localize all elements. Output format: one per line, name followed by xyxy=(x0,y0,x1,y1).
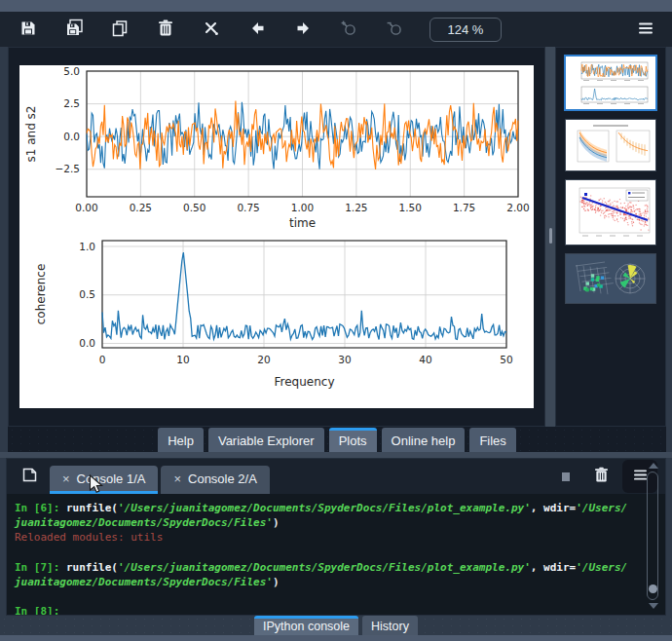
close-tab-icon[interactable]: × xyxy=(173,472,181,485)
console-text-segment: '/Users/ xyxy=(576,502,627,514)
svg-text:0.50: 0.50 xyxy=(183,202,205,213)
spyder-window: 124 % 0.000.250.500.751.001.251.501.752.… xyxy=(0,0,672,641)
hamburger-menu-icon xyxy=(638,21,653,38)
svg-text:1.0: 1.0 xyxy=(79,241,95,252)
console-text-segment: juanitagomez/Documents/SpyderDocs/Files' xyxy=(15,516,273,529)
save-plot-icon xyxy=(19,19,37,40)
svg-text:1.00: 1.00 xyxy=(291,202,314,213)
plots-toolbar: 124 % xyxy=(0,12,672,47)
console-line: In [8]: xyxy=(15,604,640,615)
svg-text:0.00: 0.00 xyxy=(75,202,97,213)
console-tabbar: × Console 1/A × Console 2/A xyxy=(7,459,665,494)
console-line xyxy=(15,589,640,604)
zoom-out-button[interactable] xyxy=(380,16,409,43)
svg-text:s1 and s2: s1 and s2 xyxy=(24,106,38,163)
trash-icon xyxy=(594,467,609,486)
arrow-right-icon xyxy=(295,20,312,39)
console-text-segment: ) xyxy=(273,576,280,588)
console-line: In [6]: runfile('/Users/juanitagomez/Doc… xyxy=(15,501,640,515)
remove-plot-button[interactable] xyxy=(151,16,180,43)
console-text-segment: runfile( xyxy=(66,561,118,574)
console-line xyxy=(15,546,640,560)
plot-thumbnail-3[interactable] xyxy=(565,179,656,245)
svg-text:0.0: 0.0 xyxy=(79,337,95,349)
remove-variables-button[interactable] xyxy=(589,465,613,488)
zoom-level-display[interactable]: 124 % xyxy=(429,18,502,42)
close-tab-icon[interactable]: × xyxy=(62,472,70,485)
tab-ipython-console[interactable]: IPython console xyxy=(254,616,358,635)
svg-text:10: 10 xyxy=(176,354,189,365)
svg-text:0.0: 0.0 xyxy=(63,131,80,142)
previous-plot-button[interactable] xyxy=(243,16,272,43)
console-line: Reloaded modules: utils xyxy=(15,530,640,545)
console-tab-label: Console 2/A xyxy=(188,471,257,486)
console-tab-2[interactable]: × Console 2/A xyxy=(161,466,269,494)
tab-files[interactable]: Files xyxy=(469,428,515,452)
console-line: juanitagomez/Documents/SpyderDocs/Files'… xyxy=(15,575,640,589)
plot-viewer-panel: 0.000.250.500.751.001.251.501.752.005.02… xyxy=(8,47,545,427)
save-all-plots-button[interactable] xyxy=(59,16,89,43)
svg-text:5.0: 5.0 xyxy=(63,65,80,77)
interrupt-kernel-button[interactable] xyxy=(556,467,576,486)
console-text-segment: ) xyxy=(273,516,280,529)
tab-variable-explorer[interactable]: Variable Explorer xyxy=(208,428,324,452)
zoom-out-icon xyxy=(386,19,403,40)
plot-thumbnail-1[interactable] xyxy=(564,55,657,111)
save-plot-button[interactable] xyxy=(14,16,43,43)
copy-plot-button[interactable] xyxy=(105,16,134,43)
svg-text:−2.5: −2.5 xyxy=(56,163,81,174)
pane-tabbar: Help Variable Explorer Plots Online help… xyxy=(8,427,666,452)
console-text-segment: , wdir= xyxy=(531,502,576,514)
save-all-plots-icon xyxy=(65,19,84,40)
matplotlib-figure: 0.000.250.500.751.001.251.501.752.005.02… xyxy=(19,65,534,408)
vertical-splitter[interactable] xyxy=(545,47,555,427)
zoom-in-icon xyxy=(340,19,357,40)
console-line: juanitagomez/Documents/SpyderDocs/Files'… xyxy=(15,515,640,530)
console-text-segment: Reloaded modules: utils xyxy=(15,531,163,544)
scroll-up-arrow-icon[interactable] xyxy=(649,463,658,469)
console-text-segment: runfile( xyxy=(66,502,118,514)
svg-text:0.75: 0.75 xyxy=(237,202,259,213)
svg-text:1.50: 1.50 xyxy=(399,202,422,213)
console-pane: × Console 1/A × Console 2/A In [6]: runf… xyxy=(6,458,666,616)
signals-subplot: 0.000.250.500.751.001.251.501.752.005.02… xyxy=(19,65,534,231)
svg-text:20: 20 xyxy=(257,354,270,365)
next-plot-button[interactable] xyxy=(288,16,317,43)
new-console-button[interactable] xyxy=(17,464,42,489)
svg-text:40: 40 xyxy=(419,354,431,365)
svg-text:2.00: 2.00 xyxy=(506,202,529,213)
svg-text:1.75: 1.75 xyxy=(453,202,475,213)
console-text-segment: In [8]: xyxy=(15,605,66,615)
splitter-handle xyxy=(549,228,552,244)
svg-text:50: 50 xyxy=(500,354,512,365)
scrollbar-thumb[interactable] xyxy=(649,584,657,593)
tab-online-help[interactable]: Online help xyxy=(382,428,466,452)
new-console-icon xyxy=(21,467,38,486)
svg-text:time: time xyxy=(289,216,316,230)
svg-text:Frequency: Frequency xyxy=(275,375,335,389)
svg-text:1.25: 1.25 xyxy=(345,202,367,213)
plots-options-menu-button[interactable] xyxy=(631,16,660,43)
svg-text:2.5: 2.5 xyxy=(63,97,80,109)
close-all-plots-button[interactable] xyxy=(197,16,226,43)
scrollbar-track[interactable] xyxy=(647,471,658,600)
window-top-strip xyxy=(0,0,672,12)
trash-icon xyxy=(158,19,173,40)
coherence-subplot: 010203040501.00.50.0Frequencycoherence xyxy=(19,231,534,408)
zoom-in-button[interactable] xyxy=(334,16,363,43)
console-scrollbar[interactable] xyxy=(646,463,660,609)
console-tab-1[interactable]: × Console 1/A xyxy=(50,466,158,494)
console-text-segment: juanitagomez/Documents/SpyderDocs/Files' xyxy=(15,576,273,588)
plot-thumbnail-4[interactable] xyxy=(565,253,656,304)
tab-help[interactable]: Help xyxy=(158,428,204,452)
svg-text:0.25: 0.25 xyxy=(130,202,152,213)
scroll-down-arrow-icon[interactable] xyxy=(649,603,658,609)
plots-main-row: 0.000.250.500.751.001.251.501.752.005.02… xyxy=(0,47,672,427)
close-all-icon xyxy=(204,20,219,39)
plot-thumbnail-2[interactable] xyxy=(565,119,656,171)
tab-history[interactable]: History xyxy=(362,616,418,635)
console-output: In [6]: runfile('/Users/juanitagomez/Doc… xyxy=(7,494,665,615)
console-text-segment: In [6]: xyxy=(15,502,66,514)
tab-plots[interactable]: Plots xyxy=(329,428,377,452)
console-tab-label: Console 1/A xyxy=(77,471,146,486)
